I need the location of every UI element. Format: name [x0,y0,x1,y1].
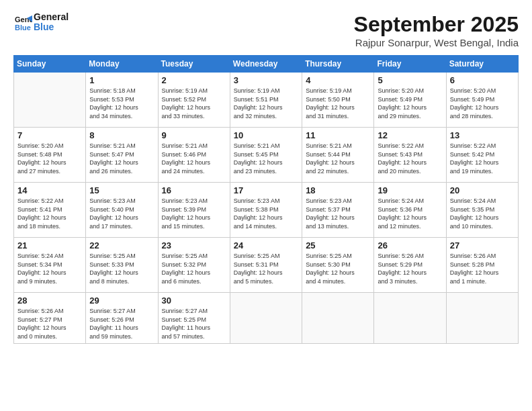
day-info: Sunrise: 5:23 AM Sunset: 5:39 PM Dayligh… [162,197,226,230]
day-info: Sunrise: 5:19 AM Sunset: 5:50 PM Dayligh… [306,87,370,120]
day-info: Sunrise: 5:22 AM Sunset: 5:41 PM Dayligh… [17,197,82,230]
day-info: Sunrise: 5:20 AM Sunset: 5:49 PM Dayligh… [450,87,515,120]
day-info: Sunrise: 5:25 AM Sunset: 5:31 PM Dayligh… [234,252,298,285]
day-info: Sunrise: 5:21 AM Sunset: 5:46 PM Dayligh… [162,142,226,175]
day-number: 5 [378,75,442,85]
day-number: 22 [89,240,154,250]
day-cell: 14Sunrise: 5:22 AM Sunset: 5:41 PM Dayli… [14,183,86,238]
day-number: 14 [17,185,82,195]
week-row-3: 14Sunrise: 5:22 AM Sunset: 5:41 PM Dayli… [14,183,519,238]
logo-line2: Blue [34,22,69,32]
day-number: 9 [162,130,226,140]
day-number: 6 [450,75,515,85]
day-number: 1 [89,75,154,85]
day-cell: 30Sunrise: 5:27 AM Sunset: 5:25 PM Dayli… [158,293,230,344]
day-number: 16 [162,185,226,195]
logo-icon: General Blue [13,13,32,32]
week-row-4: 21Sunrise: 5:24 AM Sunset: 5:34 PM Dayli… [14,238,519,293]
day-cell: 26Sunrise: 5:26 AM Sunset: 5:29 PM Dayli… [374,238,446,293]
day-cell: 17Sunrise: 5:23 AM Sunset: 5:38 PM Dayli… [230,183,302,238]
location-title: Rajpur Sonarpur, West Bengal, India [354,37,519,48]
day-info: Sunrise: 5:19 AM Sunset: 5:52 PM Dayligh… [162,87,226,120]
day-info: Sunrise: 5:20 AM Sunset: 5:48 PM Dayligh… [17,142,82,175]
day-cell: 28Sunrise: 5:26 AM Sunset: 5:27 PM Dayli… [14,293,86,344]
day-cell: 15Sunrise: 5:23 AM Sunset: 5:40 PM Dayli… [86,183,158,238]
header: General Blue General Blue September 2025… [13,12,519,48]
day-info: Sunrise: 5:25 AM Sunset: 5:30 PM Dayligh… [306,252,370,285]
day-cell: 25Sunrise: 5:25 AM Sunset: 5:30 PM Dayli… [302,238,374,293]
day-cell: 4Sunrise: 5:19 AM Sunset: 5:50 PM Daylig… [302,73,374,128]
day-number: 10 [234,130,298,140]
day-info: Sunrise: 5:20 AM Sunset: 5:49 PM Dayligh… [378,87,442,120]
day-cell [302,293,374,344]
col-header-friday: Friday [374,56,446,73]
day-info: Sunrise: 5:21 AM Sunset: 5:45 PM Dayligh… [234,142,298,175]
day-info: Sunrise: 5:22 AM Sunset: 5:43 PM Dayligh… [378,142,442,175]
day-info: Sunrise: 5:23 AM Sunset: 5:38 PM Dayligh… [234,197,298,230]
day-cell: 11Sunrise: 5:21 AM Sunset: 5:44 PM Dayli… [302,128,374,183]
day-number: 23 [162,240,226,250]
day-cell: 9Sunrise: 5:21 AM Sunset: 5:46 PM Daylig… [158,128,230,183]
day-number: 2 [162,75,226,85]
day-cell: 1Sunrise: 5:18 AM Sunset: 5:53 PM Daylig… [86,73,158,128]
day-cell: 21Sunrise: 5:24 AM Sunset: 5:34 PM Dayli… [14,238,86,293]
day-number: 21 [17,240,82,250]
day-number: 8 [89,130,154,140]
day-cell: 29Sunrise: 5:27 AM Sunset: 5:26 PM Dayli… [86,293,158,344]
day-number: 7 [17,130,82,140]
day-info: Sunrise: 5:24 AM Sunset: 5:34 PM Dayligh… [17,252,82,285]
day-cell: 19Sunrise: 5:24 AM Sunset: 5:36 PM Dayli… [374,183,446,238]
day-info: Sunrise: 5:23 AM Sunset: 5:40 PM Dayligh… [89,197,154,230]
day-cell [230,293,302,344]
day-info: Sunrise: 5:18 AM Sunset: 5:53 PM Dayligh… [89,87,154,120]
day-info: Sunrise: 5:21 AM Sunset: 5:47 PM Dayligh… [89,142,154,175]
day-cell: 5Sunrise: 5:20 AM Sunset: 5:49 PM Daylig… [374,73,446,128]
week-row-1: 1Sunrise: 5:18 AM Sunset: 5:53 PM Daylig… [14,73,519,128]
day-number: 25 [306,240,370,250]
col-header-thursday: Thursday [302,56,374,73]
day-number: 26 [378,240,442,250]
logo: General Blue General Blue [13,12,69,33]
day-info: Sunrise: 5:23 AM Sunset: 5:37 PM Dayligh… [306,197,370,230]
day-number: 3 [234,75,298,85]
day-number: 19 [378,185,442,195]
day-cell: 3Sunrise: 5:19 AM Sunset: 5:51 PM Daylig… [230,73,302,128]
day-number: 27 [450,240,515,250]
week-row-2: 7Sunrise: 5:20 AM Sunset: 5:48 PM Daylig… [14,128,519,183]
day-cell [14,73,86,128]
day-cell: 13Sunrise: 5:22 AM Sunset: 5:42 PM Dayli… [446,128,518,183]
day-cell: 16Sunrise: 5:23 AM Sunset: 5:39 PM Dayli… [158,183,230,238]
day-info: Sunrise: 5:24 AM Sunset: 5:35 PM Dayligh… [450,197,515,230]
day-info: Sunrise: 5:22 AM Sunset: 5:42 PM Dayligh… [450,142,515,175]
logo-line1: General [34,12,69,22]
day-cell [446,293,518,344]
day-cell: 2Sunrise: 5:19 AM Sunset: 5:52 PM Daylig… [158,73,230,128]
day-number: 4 [306,75,370,85]
day-number: 18 [306,185,370,195]
day-number: 30 [162,295,226,306]
col-header-saturday: Saturday [446,56,518,73]
calendar-table: SundayMondayTuesdayWednesdayThursdayFrid… [13,55,519,344]
day-number: 24 [234,240,298,250]
day-info: Sunrise: 5:26 AM Sunset: 5:29 PM Dayligh… [378,252,442,285]
day-number: 12 [378,130,442,140]
day-info: Sunrise: 5:25 AM Sunset: 5:33 PM Dayligh… [89,252,154,285]
day-number: 11 [306,130,370,140]
month-title: September 2025 [354,12,519,37]
day-info: Sunrise: 5:25 AM Sunset: 5:32 PM Dayligh… [162,252,226,285]
day-number: 29 [89,295,154,306]
day-cell [374,293,446,344]
day-info: Sunrise: 5:19 AM Sunset: 5:51 PM Dayligh… [234,87,298,120]
day-cell: 10Sunrise: 5:21 AM Sunset: 5:45 PM Dayli… [230,128,302,183]
col-header-tuesday: Tuesday [158,56,230,73]
day-info: Sunrise: 5:21 AM Sunset: 5:44 PM Dayligh… [306,142,370,175]
day-cell: 12Sunrise: 5:22 AM Sunset: 5:43 PM Dayli… [374,128,446,183]
day-cell: 6Sunrise: 5:20 AM Sunset: 5:49 PM Daylig… [446,73,518,128]
page: General Blue General Blue September 2025… [0,0,532,351]
day-info: Sunrise: 5:27 AM Sunset: 5:26 PM Dayligh… [89,307,154,340]
day-number: 20 [450,185,515,195]
day-number: 13 [450,130,515,140]
day-number: 28 [17,295,82,306]
day-cell: 22Sunrise: 5:25 AM Sunset: 5:33 PM Dayli… [86,238,158,293]
day-info: Sunrise: 5:26 AM Sunset: 5:27 PM Dayligh… [17,307,82,340]
